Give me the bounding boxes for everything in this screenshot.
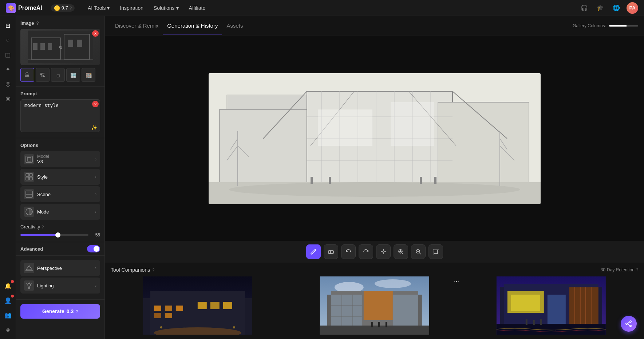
svg-rect-67 bbox=[391, 102, 434, 146]
headset-icon-btn[interactable]: 🎧 bbox=[578, 2, 590, 14]
tab-discover[interactable]: Discover & Remix bbox=[111, 17, 163, 35]
gallery-columns-label: Gallery Columns: bbox=[573, 23, 606, 28]
sidebar-home-btn[interactable]: ⊞ bbox=[1, 19, 15, 32]
tool-companions-header: Tool Companions ? 30-Day Retention ? bbox=[111, 267, 638, 273]
nav-coin[interactable]: 🟡 9.7 ? bbox=[51, 4, 75, 12]
prompt-magic-btn[interactable]: ✨ bbox=[91, 125, 97, 131]
thumb-1[interactable]: 🏛 bbox=[20, 68, 34, 82]
thumb-2[interactable]: 🏗 bbox=[36, 68, 50, 82]
creativity-thumb[interactable] bbox=[55, 232, 60, 238]
sidebar-gift-btn[interactable]: ◈ bbox=[1, 323, 15, 336]
toolbar-move-btn[interactable] bbox=[376, 244, 391, 259]
companion-img-3[interactable] bbox=[464, 276, 638, 335]
prompt-area: modern style ✕ ✨ bbox=[20, 99, 100, 133]
svg-point-101 bbox=[233, 326, 235, 328]
svg-rect-38 bbox=[438, 102, 529, 193]
thumb-4[interactable]: 🏢 bbox=[66, 68, 80, 82]
svg-line-32 bbox=[26, 283, 27, 284]
creativity-row: Creativity ? bbox=[20, 221, 100, 232]
toolbar-pen-btn[interactable] bbox=[306, 244, 321, 259]
perspective-option[interactable]: Perspective › bbox=[20, 260, 100, 276]
nav-affiliate[interactable]: Affiliate bbox=[185, 3, 210, 13]
svg-text:🏗: 🏗 bbox=[40, 72, 45, 78]
image-help-icon[interactable]: ? bbox=[36, 21, 39, 26]
sidebar-search-btn[interactable]: ○ bbox=[1, 33, 15, 47]
creativity-help[interactable]: ? bbox=[42, 225, 44, 229]
svg-point-133 bbox=[630, 321, 631, 322]
sidebar-users-btn[interactable]: 👥 bbox=[1, 308, 15, 322]
lighting-icon bbox=[24, 280, 34, 291]
prompt-textarea[interactable]: modern style bbox=[20, 99, 100, 132]
svg-point-134 bbox=[630, 325, 631, 327]
avatar[interactable]: PA bbox=[627, 2, 638, 14]
help-icon[interactable]: ? bbox=[70, 6, 72, 10]
image-label: Image ? bbox=[20, 20, 100, 26]
sidebar-bell-btn[interactable]: 🔔 bbox=[1, 279, 15, 292]
style-icon bbox=[24, 172, 34, 182]
globe-icon-btn[interactable]: 🌐 bbox=[611, 2, 622, 14]
thumb-3[interactable]: ◫ bbox=[51, 68, 65, 82]
svg-line-77 bbox=[402, 253, 403, 254]
toolbar-crop-btn[interactable] bbox=[428, 244, 443, 259]
svg-rect-8 bbox=[77, 40, 82, 47]
companion-svg-2 bbox=[288, 276, 462, 335]
nav-solutions[interactable]: Solutions ▾ bbox=[149, 3, 183, 13]
advanced-toggle[interactable] bbox=[87, 245, 100, 252]
scene-icon bbox=[24, 189, 34, 199]
svg-rect-115 bbox=[371, 322, 373, 327]
toolbar-zoom-in-btn[interactable] bbox=[394, 244, 408, 259]
icon-sidebar: ⊞ ○ ◫ ✦ ◎ ◉ 🔔 👤 👥 ◈ bbox=[0, 16, 16, 339]
tab-generation[interactable]: Generation & History bbox=[163, 17, 222, 35]
logo[interactable]: 🎨 PromeAI bbox=[6, 3, 42, 13]
svg-line-137 bbox=[627, 324, 630, 326]
svg-rect-22 bbox=[26, 174, 29, 176]
nav-inspiration[interactable]: Inspiration bbox=[115, 3, 148, 13]
gallery-columns: Gallery Columns: bbox=[573, 23, 638, 28]
generate-help-icon[interactable]: ? bbox=[76, 309, 78, 314]
mode-option[interactable]: Mode › bbox=[20, 204, 100, 220]
companion-img-1[interactable] bbox=[111, 276, 285, 335]
model-option[interactable]: Model V3 › bbox=[20, 151, 100, 167]
nav-ai-tools[interactable]: AI Tools ▾ bbox=[83, 3, 114, 13]
sidebar-target-btn[interactable]: ◉ bbox=[1, 92, 15, 105]
advanced-row: Advanced bbox=[16, 242, 104, 256]
lighting-chevron: › bbox=[95, 283, 96, 288]
creativity-slider[interactable] bbox=[20, 234, 88, 236]
companion-img-2[interactable]: ⋯ bbox=[288, 276, 462, 335]
sidebar-user-btn[interactable]: 👤 bbox=[1, 294, 15, 307]
scene-text: Scene bbox=[37, 192, 95, 197]
toolbar-zoom-out-btn[interactable] bbox=[411, 244, 426, 259]
tab-assets[interactable]: Assets bbox=[222, 17, 247, 35]
style-option[interactable]: Style › bbox=[20, 169, 100, 185]
scene-option[interactable]: Scene › bbox=[20, 186, 100, 202]
companion-svg-3 bbox=[464, 276, 638, 335]
sidebar-magic-btn[interactable]: ✦ bbox=[1, 63, 15, 76]
generate-cost: 0.3 bbox=[67, 308, 74, 314]
sidebar-layers-btn[interactable]: ◫ bbox=[1, 48, 15, 61]
style-text: Style bbox=[37, 174, 95, 180]
coin-icon: 🟡 bbox=[54, 5, 60, 11]
svg-rect-128 bbox=[548, 295, 566, 324]
image-close-btn[interactable]: ✕ bbox=[92, 30, 99, 37]
lighting-option[interactable]: Lighting › bbox=[20, 278, 100, 294]
image-upload-area[interactable]: ✕ 🏗 bbox=[20, 29, 100, 65]
nav-links: AI Tools ▾ Inspiration Solutions ▾ Affil… bbox=[83, 3, 210, 13]
gallery-columns-slider[interactable] bbox=[609, 25, 638, 27]
generate-button[interactable]: Generate 0.3 ? bbox=[20, 304, 100, 319]
sidebar-compass-btn[interactable]: ◎ bbox=[1, 77, 15, 90]
retention-help[interactable]: ? bbox=[636, 268, 638, 272]
mortarboard-icon-btn[interactable]: 🎓 bbox=[594, 2, 606, 14]
share-fab-button[interactable] bbox=[621, 316, 637, 332]
svg-rect-95 bbox=[165, 313, 172, 318]
toolbar-eraser-btn[interactable] bbox=[324, 244, 338, 259]
svg-rect-131 bbox=[533, 320, 535, 325]
thumb-5[interactable]: 🏬 bbox=[82, 68, 95, 82]
companion-svg-1 bbox=[111, 276, 285, 335]
toolbar-redo-btn[interactable] bbox=[359, 244, 373, 259]
toolbar-undo-btn[interactable] bbox=[341, 244, 356, 259]
prompt-clear-btn[interactable]: ✕ bbox=[92, 101, 99, 107]
svg-point-104 bbox=[375, 279, 411, 288]
creativity-value: 55 bbox=[91, 232, 100, 238]
companion-2-menu[interactable]: ⋯ bbox=[454, 279, 459, 284]
tool-companions-help[interactable]: ? bbox=[152, 268, 154, 272]
